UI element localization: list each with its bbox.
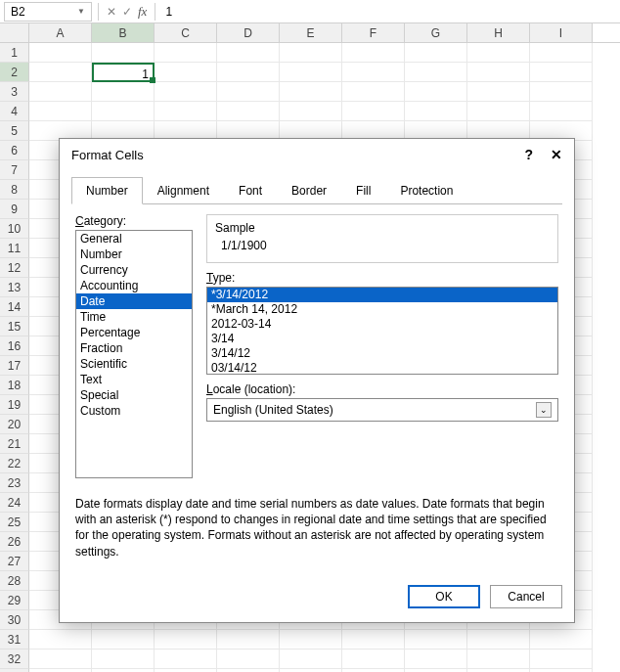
category-item[interactable]: Accounting [76,278,192,293]
cell[interactable] [530,82,593,102]
cell[interactable] [467,630,530,650]
cell[interactable] [342,63,405,82]
cell[interactable] [155,650,217,669]
cell[interactable] [530,102,593,121]
help-icon[interactable]: ? [524,147,533,162]
dialog-titlebar[interactable]: Format Cells ? ✕ [60,139,574,170]
cell[interactable] [405,82,467,102]
cell[interactable] [92,43,155,63]
row-header[interactable]: 30 [0,610,29,630]
tab-alignment[interactable]: Alignment [143,177,224,204]
select-all-corner[interactable] [0,23,29,42]
type-item[interactable]: 2012-03-14 [207,317,557,332]
column-header[interactable]: C [155,23,217,42]
cell[interactable] [405,650,467,669]
row-header[interactable]: 20 [0,415,29,434]
cell[interactable] [342,102,405,121]
cell[interactable] [467,650,530,669]
row-header[interactable]: 21 [0,434,29,454]
cell[interactable] [155,43,217,63]
row-header[interactable]: 14 [0,297,29,317]
cell[interactable] [92,630,155,650]
type-listbox[interactable]: *3/14/2012*March 14, 20122012-03-143/143… [206,287,558,375]
name-box[interactable]: B2 ▼ [4,2,92,22]
category-item[interactable]: Text [76,372,192,387]
cell[interactable] [29,82,92,102]
category-item[interactable]: Number [76,246,192,262]
row-header[interactable]: 10 [0,219,29,239]
row-header[interactable]: 13 [0,278,29,297]
chevron-down-icon[interactable]: ▼ [77,7,85,16]
cell[interactable] [92,102,155,121]
cell[interactable]: 1 [92,63,155,82]
cell[interactable] [155,102,217,121]
row-header[interactable]: 24 [0,493,29,513]
column-header[interactable]: E [280,23,342,42]
row-header[interactable]: 31 [0,630,29,650]
cell[interactable] [217,63,280,82]
category-listbox[interactable]: GeneralNumberCurrencyAccountingDateTimeP… [75,230,193,478]
column-header[interactable]: A [29,23,92,42]
cell[interactable] [405,63,467,82]
cell[interactable] [280,650,342,669]
chevron-down-icon[interactable]: ⌄ [536,402,552,418]
row-header[interactable]: 17 [0,356,29,376]
close-icon[interactable]: ✕ [551,147,562,162]
column-header[interactable]: B [92,23,155,42]
cell[interactable] [405,43,467,63]
row-header[interactable]: 15 [0,317,29,336]
row-header[interactable]: 4 [0,102,29,121]
tab-fill[interactable]: Fill [341,177,385,204]
cell[interactable] [29,630,92,650]
type-item[interactable]: *March 14, 2012 [207,302,557,317]
cell[interactable] [467,82,530,102]
row-header[interactable]: 29 [0,591,29,610]
category-item[interactable]: Special [76,387,192,403]
row-header[interactable]: 1 [0,43,29,63]
row-header[interactable]: 22 [0,454,29,473]
cell[interactable] [342,82,405,102]
type-item[interactable]: *3/14/2012 [207,288,557,302]
row-header[interactable]: 8 [0,180,29,200]
cell[interactable] [280,630,342,650]
category-item[interactable]: General [76,231,192,246]
category-item[interactable]: Custom [76,403,192,419]
row-header[interactable]: 27 [0,552,29,571]
fx-icon[interactable]: fx [138,4,147,20]
row-header[interactable]: 26 [0,532,29,552]
tab-number[interactable]: Number [71,177,143,204]
row-header[interactable]: 19 [0,395,29,415]
category-item[interactable]: Date [76,293,192,309]
row-header[interactable]: 32 [0,650,29,669]
cell[interactable] [342,630,405,650]
cell[interactable] [405,630,467,650]
cell[interactable] [342,650,405,669]
cell[interactable] [217,82,280,102]
row-header[interactable]: 11 [0,239,29,258]
column-header[interactable]: F [342,23,405,42]
category-item[interactable]: Fraction [76,340,192,356]
confirm-icon[interactable]: ✓ [122,5,132,19]
row-header[interactable]: 6 [0,141,29,160]
category-item[interactable]: Percentage [76,325,192,340]
row-header[interactable]: 23 [0,473,29,493]
cell[interactable] [280,82,342,102]
cell[interactable] [530,630,593,650]
cell[interactable] [29,102,92,121]
cell[interactable] [467,102,530,121]
tab-font[interactable]: Font [224,177,277,204]
column-header[interactable]: I [530,23,593,42]
column-header[interactable]: D [217,23,280,42]
category-item[interactable]: Currency [76,262,192,278]
cell[interactable] [467,63,530,82]
row-header[interactable]: 3 [0,82,29,102]
cell[interactable] [29,43,92,63]
locale-select[interactable]: English (United States) ⌄ [206,398,558,422]
column-header[interactable]: G [405,23,467,42]
cell[interactable] [29,63,92,82]
cell[interactable] [530,650,593,669]
cell[interactable] [155,630,217,650]
tab-protection[interactable]: Protection [385,177,467,204]
row-header[interactable]: 16 [0,336,29,356]
column-header[interactable]: H [467,23,530,42]
